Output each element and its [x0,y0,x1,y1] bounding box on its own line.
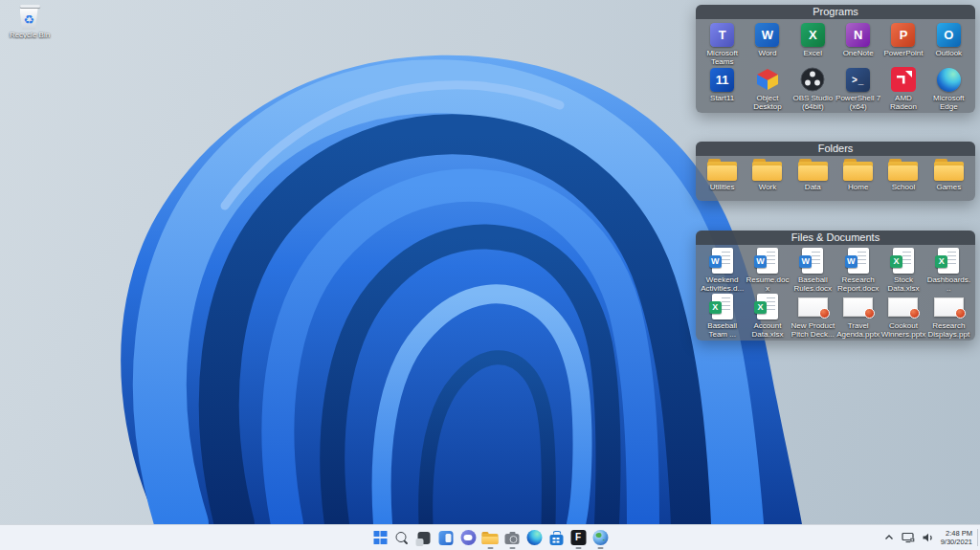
powerpoint-icon: P [891,21,915,48]
folder-icon [888,158,918,182]
desktop-icon-amd-radeon-software[interactable]: AMD Radeon Software [880,66,925,111]
desktop-icon-obs-studio-64bit[interactable]: OBS Studio (64bit) [791,66,835,111]
recycle-bin-icon: ♻ [20,5,40,30]
start-icon [373,531,387,544]
desktop-icon-powershell-7-x64[interactable]: >_PowerShell 7 (x64) [835,66,880,111]
desktop-icon-dashboards[interactable]: XDashboards... [926,247,971,293]
hidden-icons-chevron-icon[interactable] [883,532,895,543]
icon-label: Baseball Rules.docx [791,275,835,293]
volume-icon[interactable] [922,532,934,543]
taskbar-icons: F [372,525,609,550]
running-indicator [487,547,493,550]
folder-icon [752,158,782,182]
taskbar-widgets-button[interactable] [438,525,455,550]
fence-title-folders[interactable]: Folders [696,142,975,156]
fence-programs: ProgramsTMicrosoft TeamsWWordXExcelNOneN… [696,5,975,113]
desktop-icon-games[interactable]: Games [926,158,971,196]
icon-label: Data [791,183,835,191]
desktop-icon-data[interactable]: Data [791,158,835,196]
file-word-icon: W [802,247,823,275]
taskbar-chat-button[interactable] [460,525,477,550]
desktop-icon-resume-docx[interactable]: WResume.docx [745,247,790,293]
file-explorer-icon [482,532,499,544]
icon-label: New Product Pitch Deck... [791,321,835,339]
desktop-icon-work[interactable]: Work [745,158,790,196]
icon-label: Object Desktop [745,94,790,111]
desktop-icon-object-desktop[interactable]: Object Desktop [745,66,790,111]
desktop-icon-microsoft-teams[interactable]: TMicrosoft Teams [700,21,745,66]
desktop-icon-onenote[interactable]: NOneNote [835,21,880,66]
icon-label: Start11 [700,94,745,102]
amd-icon [891,66,916,93]
folder-icon [934,158,964,182]
start11-icon: 11 [710,66,734,93]
powershell-icon: >_ [846,66,870,93]
desktop-icon-outlook[interactable]: OOutlook [926,21,971,66]
icon-label: Work [745,183,790,191]
desktop-icon-baseball-team[interactable]: XBaseball Team ... [700,293,745,339]
desktop-icon-school[interactable]: School [880,158,925,196]
taskbar-task-view-button[interactable] [416,525,433,550]
store-icon [549,535,563,545]
icon-label: Travel Agenda.pptx [835,321,880,339]
desktop-icon-powerpoint[interactable]: PPowerPoint [880,21,925,66]
search-icon [396,532,409,544]
teams-icon: T [710,21,734,48]
desktop-icon-research-report-docx[interactable]: WResearch Report.docx [835,247,880,293]
desktop-icon-travel-agenda-pptx[interactable]: Travel Agenda.pptx [835,293,880,339]
file-word-icon: W [848,247,869,275]
recycle-bin-label: Recycle Bin [8,31,52,39]
icon-label: AMD Radeon Software [880,94,925,111]
taskbar-camera-button[interactable] [504,525,521,550]
desktop-icon-research-displays-pptx[interactable]: Research Displays.pptx [926,293,971,339]
file-ppt-icon [798,293,828,320]
running-indicator [575,547,581,550]
fences-icon: F [570,530,586,545]
icon-label: Utilities [700,183,745,191]
desktop-icon-microsoft-edge[interactable]: Microsoft Edge [926,66,971,111]
running-indicator [509,547,515,550]
fence-grid: TMicrosoft TeamsWWordXExcelNOneNotePPowe… [696,19,975,112]
desktop-icon-utilities[interactable]: Utilities [700,158,745,196]
recycle-bin[interactable]: ♻ Recycle Bin [8,5,52,39]
desktop-icon-start11[interactable]: 11Start11 [700,66,745,111]
file-excel-icon: X [712,293,733,320]
taskbar-file-explorer-button[interactable] [482,525,499,550]
fence-title-files[interactable]: Files & Documents [696,231,975,245]
file-excel-icon: X [893,247,914,275]
taskbar-store-button[interactable] [548,525,565,550]
taskbar-search-button[interactable] [394,525,411,550]
obs-icon [800,66,825,93]
fence-title-programs[interactable]: Programs [696,5,975,19]
outlook-icon: O [937,21,961,48]
camera-icon [505,534,520,544]
icon-label: Weekend Activities.d... [700,275,745,293]
edge-icon [526,530,542,545]
desktop-icon-weekend-activities-d[interactable]: WWeekend Activities.d... [700,247,745,293]
desktop-icon-word[interactable]: WWord [745,21,790,66]
icon-label: Excel [791,49,835,57]
system-tray: 2:48 PM 9/30/2021 [883,525,972,550]
file-word-icon: W [712,247,733,275]
icon-label: OBS Studio (64bit) [791,94,835,111]
taskbar-fences-button[interactable]: F [570,525,587,550]
taskbar-edge-button[interactable] [526,525,543,550]
desktop-icon-stock-data-xlsx[interactable]: XStock Data.xlsx [880,247,925,293]
tray-clock[interactable]: 2:48 PM 9/30/2021 [941,529,972,546]
desktop-icon-cookout-winners-pptx[interactable]: Cookout Winners.pptx [880,293,925,339]
icon-label: Microsoft Edge [926,94,971,111]
desktop-icon-excel[interactable]: XExcel [791,21,835,66]
taskbar-globe-app-button[interactable] [592,525,609,550]
desktop-icon-home[interactable]: Home [835,158,880,196]
desktop-icon-baseball-rules-docx[interactable]: WBaseball Rules.docx [791,247,835,293]
running-indicator [597,547,603,550]
network-icon[interactable] [902,532,915,543]
desktop-icon-new-product-pitch-deck[interactable]: New Product Pitch Deck... [791,293,835,339]
taskbar-start-button[interactable] [372,525,389,550]
desktop-icon-account-data-xlsx[interactable]: XAccount Data.xlsx [745,293,790,339]
fence-folders: FoldersUtilitiesWorkDataHomeSchoolGames [696,142,975,201]
chat-icon [460,530,476,545]
onenote-icon: N [846,21,870,48]
icon-label: Research Displays.pptx [926,321,971,339]
file-excel-icon: X [938,247,959,275]
